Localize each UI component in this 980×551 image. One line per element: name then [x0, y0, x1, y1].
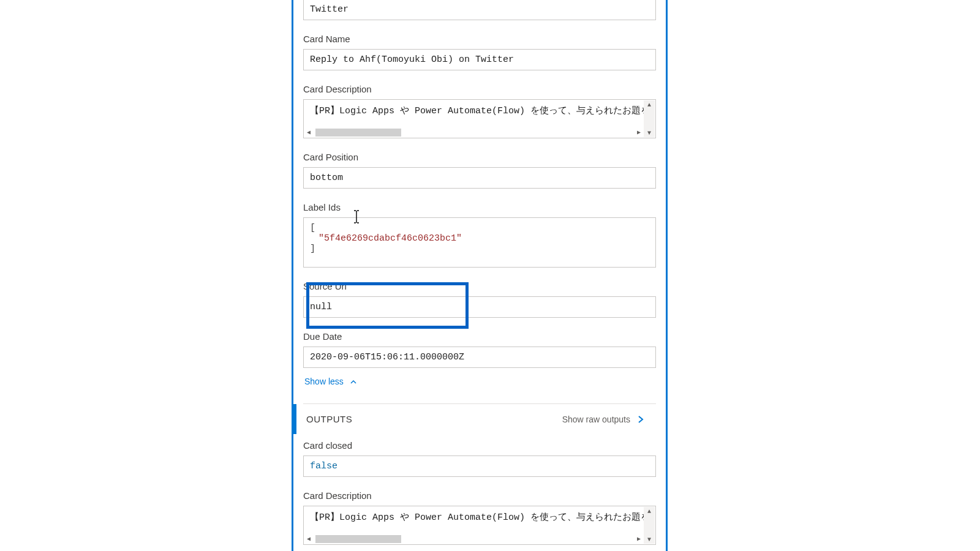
outputs-title: OUTPUTS [306, 414, 352, 424]
card-name-value[interactable]: Reply to Ahf(Tomoyuki Obi) on Twitter [303, 49, 656, 70]
card-name-label: Card Name [303, 34, 656, 44]
outputs-section: OUTPUTS Show raw outputs Card closed fal… [303, 403, 656, 551]
field-card-description: Card Description 【PR】Logic Apps や Power … [303, 84, 656, 138]
field-card-closed: Card closed false [303, 440, 656, 477]
field-card-name: Card Name Reply to Ahf(Tomoyuki Obi) on … [303, 34, 656, 70]
out-card-description-label: Card Description [303, 490, 656, 501]
scroll-right-icon[interactable]: ▶ [635, 129, 643, 136]
twitter-value[interactable]: Twitter [303, 0, 656, 20]
card-position-label: Card Position [303, 152, 656, 162]
textarea-horizontal-scrollbar[interactable]: ◀ ▶ [304, 534, 643, 544]
scroll-thumb[interactable] [315, 129, 401, 137]
card-description-value[interactable]: 【PR】Logic Apps や Power Automate(Flow) を使… [303, 99, 656, 138]
scroll-down-icon[interactable]: ▼ [644, 535, 655, 544]
show-raw-outputs-link[interactable]: Show raw outputs [562, 414, 645, 424]
source-url-value[interactable]: null [303, 296, 656, 318]
scroll-right-icon[interactable]: ▶ [635, 535, 643, 542]
show-less-toggle[interactable]: Show less [304, 377, 656, 386]
card-closed-value[interactable]: false [303, 455, 656, 477]
show-raw-outputs-label: Show raw outputs [562, 414, 630, 424]
textarea-vertical-scrollbar[interactable]: ▲ ▼ [644, 507, 655, 544]
outputs-header: OUTPUTS Show raw outputs [293, 404, 656, 434]
label-ids-value[interactable]: [ "5f4e6269cdabcf46c0623bc1" ] [303, 217, 656, 268]
textarea-horizontal-scrollbar[interactable]: ◀ ▶ [304, 127, 643, 137]
text-cursor-icon [353, 210, 360, 223]
scroll-up-icon[interactable]: ▲ [644, 507, 655, 515]
source-url-label: Source Url [303, 281, 656, 291]
show-less-label: Show less [304, 377, 344, 386]
scroll-down-icon[interactable]: ▼ [644, 129, 655, 137]
out-card-description-text: 【PR】Logic Apps や Power Automate(Flow) を使… [310, 512, 650, 523]
card-closed-text: false [310, 461, 337, 471]
label-id-string: "5f4e6269cdabcf46c0623bc1" [318, 233, 649, 244]
chevron-right-icon [636, 415, 645, 424]
field-due-date: Due Date 2020-09-06T15:06:11.0000000Z [303, 331, 656, 368]
field-out-card-description: Card Description 【PR】Logic Apps や Power … [303, 490, 656, 545]
due-date-label: Due Date [303, 331, 656, 342]
card-closed-label: Card closed [303, 440, 656, 451]
chevron-up-icon [350, 378, 357, 386]
card-description-text: 【PR】Logic Apps や Power Automate(Flow) を使… [310, 106, 650, 116]
scroll-thumb[interactable] [315, 535, 401, 543]
bracket-open: [ [310, 223, 649, 233]
app-stage: Twitter Card Name Reply to Ahf(Tomoyuki … [0, 0, 980, 551]
card-description-label: Card Description [303, 84, 656, 94]
due-date-value[interactable]: 2020-09-06T15:06:11.0000000Z [303, 347, 656, 368]
out-card-description-value[interactable]: 【PR】Logic Apps や Power Automate(Flow) を使… [303, 506, 656, 545]
field-source-url: Source Url null [303, 281, 656, 318]
field-card-position: Card Position bottom [303, 152, 656, 189]
scroll-left-icon[interactable]: ◀ [304, 129, 313, 136]
scroll-left-icon[interactable]: ◀ [304, 535, 313, 542]
run-details-panel: Twitter Card Name Reply to Ahf(Tomoyuki … [292, 0, 668, 551]
bracket-close: ] [310, 244, 649, 254]
card-position-value[interactable]: bottom [303, 167, 656, 189]
textarea-vertical-scrollbar[interactable]: ▲ ▼ [644, 100, 655, 137]
scroll-up-icon[interactable]: ▲ [644, 100, 655, 109]
